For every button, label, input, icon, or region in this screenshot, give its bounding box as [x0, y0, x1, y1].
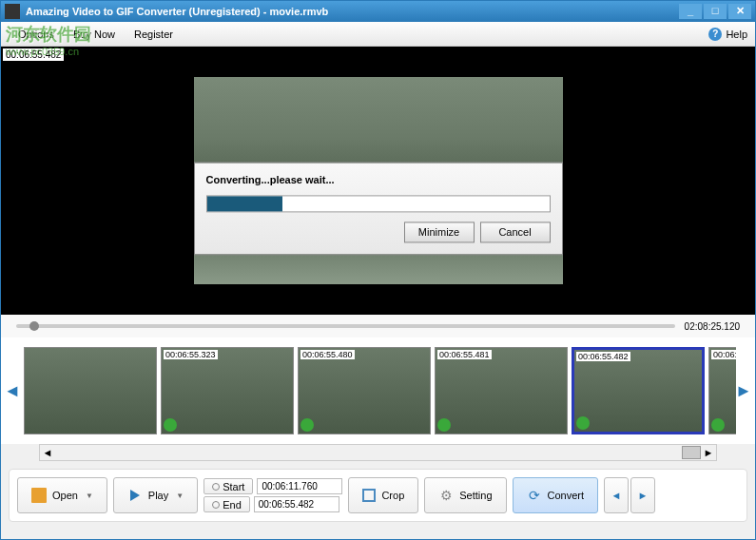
app-window: Amazing Video to GIF Converter (Unregist…: [0, 0, 756, 540]
setting-button[interactable]: ⚙ Setting: [424, 477, 506, 513]
thumb-timestamp: 00:06:55.480: [300, 350, 355, 359]
play-label: Play: [148, 490, 168, 501]
bottom-toolbar: Open ▼ Play ▼ Start End: [9, 469, 747, 522]
progress-fill: [207, 196, 282, 211]
thumbnail-2[interactable]: 00:06:55.480: [298, 347, 431, 434]
setting-label: Setting: [459, 490, 492, 501]
check-icon: [711, 418, 725, 432]
menu-buynow[interactable]: Buy Now: [64, 25, 125, 44]
thumb-image: [574, 350, 702, 432]
menu-register[interactable]: Register: [125, 25, 183, 44]
preview-timestamp: 00:06:55.482: [3, 48, 64, 61]
cancel-button[interactable]: Cancel: [480, 222, 551, 242]
window-title: Amazing Video to GIF Converter (Unregist…: [26, 6, 677, 17]
scroll-handle[interactable]: [682, 446, 701, 459]
thumbnail-4[interactable]: 00:06:55.482: [572, 347, 705, 434]
start-button[interactable]: Start: [204, 478, 253, 494]
video-duration: 02:08:25.120: [685, 321, 740, 332]
end-label: End: [223, 499, 242, 511]
help-icon: ?: [708, 28, 722, 41]
scroll-left-button[interactable]: ◄: [40, 447, 55, 458]
end-time-input[interactable]: [254, 496, 339, 512]
end-button[interactable]: End: [204, 496, 250, 512]
close-window-button[interactable]: ✕: [728, 4, 751, 19]
menu-help[interactable]: ? Help: [708, 28, 747, 41]
check-icon: [164, 418, 177, 432]
dialog-message: Converting...please wait...: [206, 174, 551, 185]
thumbnail-3[interactable]: 00:06:55.481: [435, 347, 568, 434]
thumb-timestamp: 00:06:55.481: [437, 350, 492, 359]
seekbar: 02:08:25.120: [1, 315, 755, 338]
thumbnails-container: 00:06:55.32300:06:55.48000:06:55.48100:0…: [20, 347, 736, 434]
chevron-down-icon: ▼: [86, 492, 93, 500]
thumb-timestamp: 00:06:55.482: [576, 352, 630, 361]
thumb-image: [162, 348, 293, 434]
app-icon: [5, 4, 20, 19]
menu-options[interactable]: Options: [9, 25, 64, 44]
prev-button[interactable]: ◄: [604, 477, 629, 513]
thumb-image: [25, 348, 156, 434]
start-label: Start: [223, 481, 244, 492]
minimize-window-button[interactable]: _: [679, 4, 702, 19]
maximize-window-button[interactable]: □: [704, 4, 727, 19]
scroll-track[interactable]: [55, 446, 701, 459]
seek-thumb[interactable]: [29, 321, 39, 331]
crop-label: Crop: [381, 490, 404, 501]
chevron-down-icon: ▼: [176, 492, 184, 500]
seek-track[interactable]: [16, 324, 675, 328]
scroll-right-button[interactable]: ►: [701, 447, 716, 458]
thumbnail-5[interactable]: 00:06:55.482: [708, 347, 736, 434]
gear-icon: ⚙: [438, 488, 454, 503]
thumb-image: [299, 348, 430, 434]
convert-button[interactable]: ⟳ Convert: [513, 477, 599, 513]
convert-label: Convert: [548, 490, 585, 501]
open-label: Open: [52, 490, 78, 501]
thumb-timestamp: 00:06:55.482: [711, 350, 736, 359]
menubar: Options Buy Now Register ? Help: [1, 22, 755, 47]
thumbnail-0[interactable]: [24, 347, 157, 434]
minimize-button[interactable]: Minimize: [404, 222, 475, 242]
video-preview: 00:06:55.482 Converting...please wait...…: [1, 47, 755, 315]
check-icon: [300, 418, 314, 432]
open-button[interactable]: Open ▼: [17, 477, 107, 513]
thumbnail-strip: ◄ 00:06:55.32300:06:55.48000:06:55.48100…: [1, 338, 755, 444]
help-label: Help: [726, 29, 747, 40]
crop-button[interactable]: Crop: [348, 477, 418, 513]
thumb-timestamp: 00:06:55.323: [164, 350, 218, 359]
time-range-group: Start End: [204, 478, 342, 512]
folder-icon: [31, 488, 47, 503]
titlebar: Amazing Video to GIF Converter (Unregist…: [1, 1, 755, 22]
check-icon: [576, 416, 590, 430]
dot-icon: [212, 483, 220, 491]
dot-icon: [212, 501, 220, 509]
converting-dialog: Converting...please wait... Minimize Can…: [194, 162, 563, 255]
next-button[interactable]: ►: [630, 477, 655, 513]
play-button[interactable]: Play ▼: [113, 477, 198, 513]
thumbnail-1[interactable]: 00:06:55.323: [161, 347, 294, 434]
start-time-input[interactable]: [257, 478, 342, 494]
check-icon: [437, 418, 451, 432]
thumb-next-button[interactable]: ►: [736, 362, 751, 419]
horizontal-scrollbar[interactable]: ◄ ►: [39, 444, 717, 461]
convert-icon: ⟳: [527, 488, 542, 503]
progress-bar: [206, 195, 551, 212]
crop-icon: [362, 489, 376, 502]
thumb-image: [436, 348, 567, 434]
thumb-prev-button[interactable]: ◄: [5, 362, 20, 419]
play-icon: [130, 490, 140, 501]
